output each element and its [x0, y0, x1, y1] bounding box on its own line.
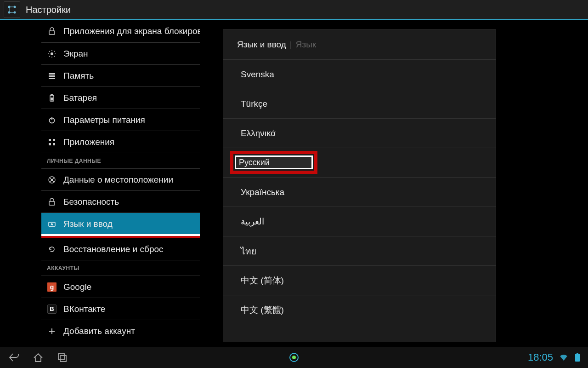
- breadcrumb-secondary: Язык: [296, 40, 316, 50]
- battery-status-icon: [574, 352, 581, 362]
- page-title: Настройки: [26, 5, 71, 15]
- svg-rect-7: [49, 31, 55, 34]
- svg-point-8: [51, 52, 53, 55]
- svg-rect-21: [51, 94, 53, 95]
- svg-rect-26: [53, 139, 55, 141]
- sidebar-section-personal: ЛИЧНЫЕ ДАННЫЕ: [41, 153, 200, 168]
- battery-icon: [47, 93, 57, 103]
- language-item-svenska[interactable]: Svenska: [223, 59, 496, 89]
- sidebar-item-storage[interactable]: Память: [41, 64, 200, 86]
- home-button[interactable]: [31, 351, 45, 364]
- svg-point-31: [51, 179, 53, 180]
- language-item-ukrainian[interactable]: Українська: [223, 177, 496, 207]
- lock-icon: [47, 197, 57, 207]
- svg-rect-37: [58, 354, 64, 360]
- sidebar-item-lockscreen-apps[interactable]: Приложения для экрана блокировки: [41, 20, 200, 42]
- language-item-thai[interactable]: ไทย: [223, 236, 496, 265]
- google-icon: g: [47, 282, 57, 292]
- sidebar-item-label: Приложения: [63, 137, 114, 147]
- navigation-bar: 18:05: [0, 347, 588, 368]
- breadcrumb-separator: |: [290, 40, 292, 50]
- language-list[interactable]: Svenska Türkçe Ελληνικά Русский Українсь…: [223, 59, 496, 342]
- sidebar-section-accounts: АККАУНТЫ: [41, 260, 200, 276]
- sidebar-item-google[interactable]: g Google: [41, 276, 200, 298]
- sidebar-item-label: Приложения для экрана блокировки: [63, 26, 200, 36]
- titlebar: Настройки: [0, 0, 588, 20]
- brightness-icon: [47, 49, 57, 59]
- sidebar-item-label: Восстановление и сброс: [63, 244, 164, 254]
- language-item-russian[interactable]: Русский: [223, 148, 496, 177]
- apps-icon: [47, 137, 57, 147]
- sidebar-item-label: Батарея: [63, 93, 97, 103]
- vk-icon: В: [47, 304, 57, 314]
- sidebar-item-label: Безопасность: [63, 197, 119, 207]
- language-item-greek[interactable]: Ελληνικά: [223, 118, 496, 148]
- main-area: Язык и ввод | Язык Svenska Türkçe Ελληνι…: [200, 20, 588, 347]
- language-item-chinese-traditional[interactable]: 中文 (繁體): [223, 295, 496, 324]
- svg-rect-19: [49, 78, 55, 79]
- sidebar-item-vk[interactable]: В ВКонтакте: [41, 298, 200, 320]
- annotation-highlight-inner: Русский: [235, 155, 313, 169]
- svg-rect-28: [53, 143, 55, 145]
- svg-rect-27: [49, 143, 51, 145]
- sidebar-item-label: Добавить аккаунт: [63, 326, 135, 336]
- lock-icon: [47, 26, 57, 36]
- sidebar-item-label: Данные о местоположении: [63, 175, 173, 185]
- power-icon: [47, 115, 57, 125]
- language-item-chinese-simplified[interactable]: 中文 (简体): [223, 265, 496, 295]
- sidebar-item-label: Параметры питания: [63, 115, 145, 125]
- recent-apps-button[interactable]: [55, 351, 69, 364]
- settings-icon: [4, 1, 20, 18]
- svg-text:A: A: [51, 222, 53, 226]
- sidebar-item-display[interactable]: Экран: [41, 42, 200, 64]
- status-clock: 18:05: [528, 351, 553, 363]
- svg-rect-25: [49, 139, 51, 141]
- svg-rect-41: [575, 354, 580, 362]
- app-body: Приложения для экрана блокировки Экран П…: [0, 20, 588, 347]
- sidebar-item-power[interactable]: Параметры питания: [41, 109, 200, 131]
- wifi-icon: [559, 352, 569, 362]
- svg-line-15: [49, 56, 50, 57]
- sidebar-item-label: Язык и ввод: [63, 219, 113, 229]
- back-button[interactable]: [7, 351, 21, 364]
- svg-rect-32: [49, 201, 55, 205]
- language-item-turkce[interactable]: Türkçe: [223, 89, 496, 118]
- sidebar-item-label: ВКонтакте: [63, 304, 105, 314]
- location-icon: [47, 175, 57, 185]
- sidebar-item-label: Экран: [63, 49, 88, 59]
- sidebar-item-label: Google: [63, 282, 91, 292]
- svg-line-14: [54, 56, 55, 57]
- sidebar-item-add-account[interactable]: Добавить аккаунт: [41, 320, 200, 342]
- nav-center-indicator[interactable]: [288, 352, 300, 363]
- storage-icon: [47, 71, 57, 81]
- svg-point-40: [292, 356, 296, 359]
- sidebar-item-apps[interactable]: Приложения: [41, 131, 200, 153]
- sidebar-item-label: Память: [63, 71, 94, 81]
- breadcrumb-primary: Язык и ввод: [237, 40, 286, 50]
- plus-icon: [47, 326, 57, 336]
- svg-rect-17: [49, 73, 55, 75]
- sidebar-item-language-input[interactable]: A Язык и ввод: [41, 213, 200, 235]
- svg-line-13: [49, 51, 50, 52]
- svg-rect-38: [60, 356, 66, 362]
- keyboard-icon: A: [47, 219, 57, 229]
- reset-icon: [47, 244, 57, 254]
- sidebar-item-backup-reset[interactable]: Восстановление и сброс: [41, 238, 200, 260]
- svg-rect-42: [577, 353, 578, 354]
- svg-rect-22: [51, 98, 53, 101]
- sidebar: Приложения для экрана блокировки Экран П…: [0, 20, 200, 347]
- language-panel: Язык и ввод | Язык Svenska Türkçe Ελληνι…: [223, 29, 496, 342]
- sidebar-item-battery[interactable]: Батарея: [41, 86, 200, 109]
- svg-rect-18: [49, 75, 55, 77]
- sidebar-item-location[interactable]: Данные о местоположении: [41, 168, 200, 190]
- breadcrumb: Язык и ввод | Язык: [223, 30, 496, 59]
- svg-line-16: [54, 51, 55, 52]
- language-item-arabic[interactable]: العربية: [223, 207, 496, 236]
- sidebar-item-security[interactable]: Безопасность: [41, 190, 200, 213]
